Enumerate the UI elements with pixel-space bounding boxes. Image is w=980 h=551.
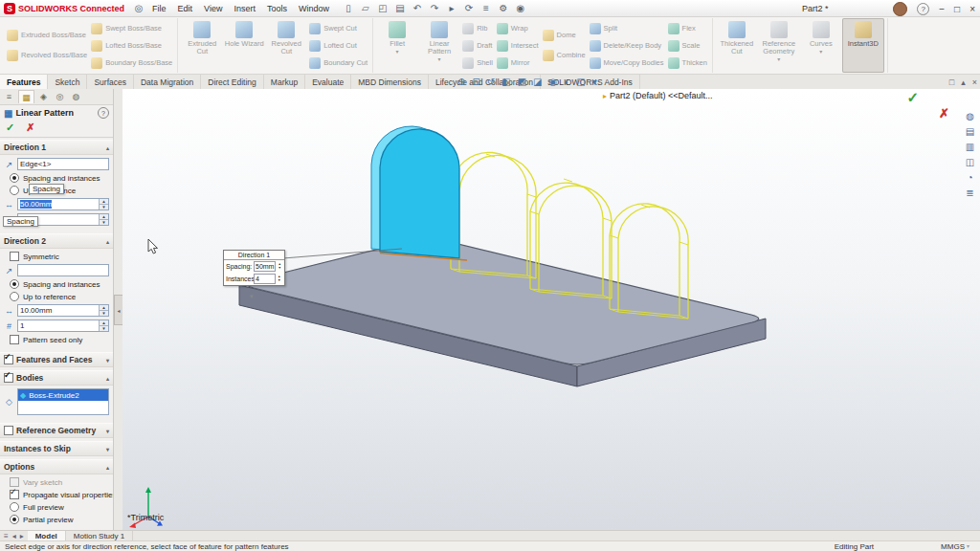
pattern-seed-only-checkbox[interactable]: Pattern seed only: [4, 335, 109, 344]
featuremanager-tab-icon[interactable]: ≡: [2, 90, 16, 102]
linear-pattern-button[interactable]: Linear Pattern▾: [418, 18, 460, 73]
checkbox-off-icon[interactable]: [4, 426, 13, 435]
print-icon[interactable]: ▤: [393, 2, 407, 15]
extruded-cut-button[interactable]: Extruded Cut: [181, 18, 223, 73]
boundary-cut-button[interactable]: Boundary Cut: [309, 56, 368, 69]
dropdown-arrow-icon[interactable]: ▾: [396, 48, 399, 55]
lofted-cut-button[interactable]: Lofted Cut: [309, 39, 368, 52]
direction1-reference-input[interactable]: Edge<1>: [17, 158, 109, 170]
confirm-ok-button[interactable]: ✓: [906, 89, 919, 106]
scroll-right-icon[interactable]: ▸: [20, 532, 24, 540]
custom-properties-icon[interactable]: ≣: [963, 187, 977, 198]
lofted-boss-base-button[interactable]: Lofted Boss/Base: [91, 39, 172, 52]
d2-spacing-input[interactable]: 10.00mm▲▼: [17, 304, 109, 317]
checkbox-on-icon[interactable]: [4, 373, 13, 383]
menu-view[interactable]: View: [199, 4, 227, 13]
confirm-cancel-button[interactable]: ✗: [939, 106, 949, 121]
flex-button[interactable]: Flex: [668, 22, 707, 34]
callout-spacing-input[interactable]: 50mm: [254, 261, 276, 272]
bodies-listbox[interactable]: ◆Boss-Extrude2: [17, 388, 109, 415]
swept-boss-base-button[interactable]: Swept Boss/Base: [91, 22, 172, 34]
dropdown-arrow-icon[interactable]: ▾: [438, 55, 441, 62]
d2-up-to-reference-radio[interactable]: Up to reference: [4, 292, 109, 301]
seed-feature-arch[interactable]: [371, 126, 467, 260]
hide-show-items-icon[interactable]: ◉: [549, 77, 558, 87]
reference-geometry-header[interactable]: Reference Geometry▾: [0, 423, 113, 438]
menu-insert[interactable]: Insert: [229, 4, 260, 13]
menu-window[interactable]: Window: [294, 4, 334, 13]
close-icon[interactable]: ×: [969, 4, 975, 14]
tab-evaluate[interactable]: Evaluate: [305, 75, 351, 89]
section-view-icon[interactable]: ◧: [501, 77, 510, 87]
direction1-header[interactable]: Direction 1▴: [0, 140, 113, 155]
tab-surfaces[interactable]: Surfaces: [87, 75, 134, 89]
mirror-button[interactable]: Mirror: [497, 56, 539, 69]
direction2-reference-input[interactable]: [17, 264, 109, 276]
tab-data-migration[interactable]: Data Migration: [134, 75, 201, 89]
draft-button[interactable]: Draft: [462, 39, 493, 52]
spinner-arrows[interactable]: ▲▼: [99, 305, 108, 316]
checkbox-on-icon[interactable]: [4, 355, 13, 364]
dropdown-arrow-icon[interactable]: ▾: [819, 48, 822, 55]
move-copy-bodies-button[interactable]: Move/Copy Bodies: [590, 56, 664, 69]
spinner-arrows[interactable]: ▲▼: [278, 276, 282, 282]
help-icon[interactable]: ?: [917, 3, 929, 15]
undock-pane-icon[interactable]: □: [949, 77, 954, 87]
file-properties-icon[interactable]: ≡: [479, 2, 493, 15]
file-explorer-icon[interactable]: ▥: [963, 141, 977, 152]
pm-cancel-button[interactable]: ✗: [26, 121, 34, 134]
features-faces-header[interactable]: Features and Faces▾: [0, 352, 113, 367]
view-palette-icon[interactable]: ◫: [963, 156, 977, 167]
reference-geometry-button[interactable]: Reference Geometry▾: [758, 18, 800, 73]
d1-up-to-reference-radio[interactable]: Up to reference Spacing: [4, 186, 109, 195]
spinner-arrows[interactable]: ▲▼: [99, 320, 108, 331]
tab-markup[interactable]: Markup: [264, 75, 305, 89]
combine-button[interactable]: Combine: [543, 49, 586, 61]
d2-instances-input[interactable]: 1▲▼: [17, 320, 109, 332]
menu-tools[interactable]: Tools: [262, 4, 292, 13]
restore-icon[interactable]: □: [954, 4, 960, 14]
3dexperience-compass-icon[interactable]: ◍: [963, 110, 977, 121]
propertymanager-tab-icon[interactable]: ▦: [18, 90, 34, 103]
instant3d-button[interactable]: Instant3D: [842, 18, 884, 73]
partial-preview-radio[interactable]: Partial preview: [4, 515, 109, 524]
revolved-cut-button[interactable]: Revolved Cut: [265, 18, 307, 73]
zoom-fit-icon[interactable]: ⊕: [457, 77, 465, 87]
intersect-button[interactable]: Intersect: [497, 39, 539, 52]
options-header[interactable]: Options▴: [0, 459, 113, 474]
spinner-arrows[interactable]: ▲▼: [278, 263, 282, 270]
select-icon[interactable]: ▸: [445, 2, 458, 15]
full-preview-radio[interactable]: Full preview: [4, 502, 109, 512]
minimize-icon[interactable]: −: [939, 4, 945, 14]
pm-help-icon[interactable]: ?: [98, 107, 109, 119]
d1-spacing-input[interactable]: 50.00mm▲▼: [17, 198, 109, 210]
menu-edit[interactable]: Edit: [173, 4, 198, 13]
new-file-icon[interactable]: ▯: [342, 2, 355, 15]
instances-to-skip-header[interactable]: Instances to Skip▾: [0, 441, 113, 456]
tab-mbd-dimensions[interactable]: MBD Dimensions: [351, 75, 429, 89]
menu-file[interactable]: File: [147, 4, 171, 13]
rib-button[interactable]: Rib: [462, 22, 493, 34]
pin-menu-icon[interactable]: ◎: [132, 2, 145, 15]
previous-view-icon[interactable]: ↺: [487, 77, 495, 87]
d1-spacing-instances-radio[interactable]: Spacing and instances: [4, 173, 109, 183]
shell-button[interactable]: Shell: [462, 56, 493, 69]
pm-ok-button[interactable]: ✓: [6, 121, 14, 134]
save-icon[interactable]: ◰: [376, 2, 390, 15]
edit-appearance-icon[interactable]: ◐: [564, 77, 569, 87]
bodies-header[interactable]: Bodies▴: [0, 370, 113, 386]
swept-cut-button[interactable]: Swept Cut: [309, 22, 368, 34]
base-plate[interactable]: [239, 238, 766, 386]
direction1-callout[interactable]: Direction 1 Spacing: 50mm ▲▼ Instances: …: [223, 250, 285, 286]
open-file-icon[interactable]: ▱: [359, 2, 372, 15]
scale-button[interactable]: Scale: [668, 39, 707, 52]
boundary-boss-base-button[interactable]: Boundary Boss/Base: [91, 56, 172, 69]
appearances-scenes-icon[interactable]: ◔: [963, 171, 977, 183]
spinner-arrows[interactable]: ▲▼: [99, 214, 108, 225]
rebuild-icon[interactable]: ⟳: [462, 2, 476, 15]
design-library-icon[interactable]: ▤: [963, 125, 977, 137]
tab-direct-editing[interactable]: Direct Editing: [201, 75, 264, 89]
view-orientation-icon[interactable]: ◩: [518, 77, 526, 87]
spinner-arrows[interactable]: ▲▼: [99, 199, 108, 209]
options-gear-icon[interactable]: ⚙: [497, 2, 510, 15]
